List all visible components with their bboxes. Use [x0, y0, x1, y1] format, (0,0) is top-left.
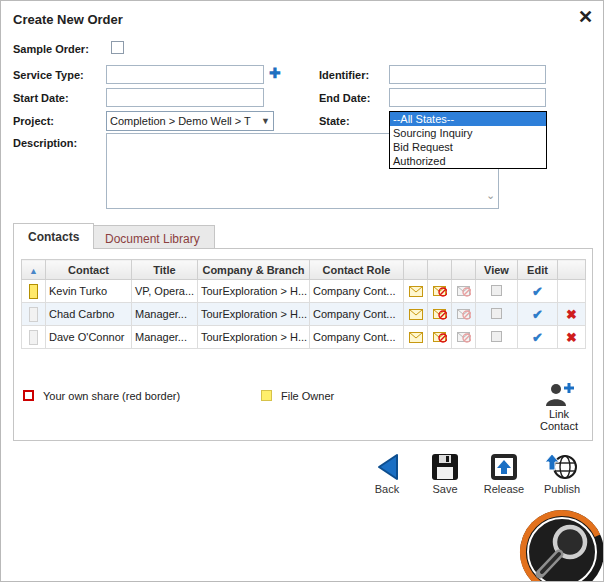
publish-label: Publish — [534, 483, 590, 495]
identifier-input[interactable] — [389, 65, 546, 84]
email-blocked-icon[interactable] — [428, 280, 452, 303]
publish-globe-icon — [545, 453, 579, 481]
column-header-role[interactable]: Contact Role — [310, 260, 404, 280]
contact-name-cell: Chad Carbno — [46, 303, 132, 326]
contact-company-cell: TourExploration > H... — [198, 303, 310, 326]
state-option-sourcing-inquiry[interactable]: Sourcing Inquiry — [390, 126, 546, 140]
close-icon[interactable]: ✕ — [578, 7, 593, 27]
email-blocked-icon[interactable] — [428, 303, 452, 326]
table-row[interactable]: Chad Carbno Manager... TourExploration >… — [22, 303, 586, 326]
project-select-value: Completion > Demo Well > T — [110, 115, 251, 127]
state-option-bid-request[interactable]: Bid Request — [390, 140, 546, 154]
file-owner-marker — [29, 284, 38, 299]
file-owner-legend-swatch — [261, 390, 272, 401]
email-icon[interactable] — [404, 303, 428, 326]
back-arrow-icon — [372, 453, 402, 481]
column-header-company[interactable]: Company & Branch — [198, 260, 310, 280]
description-label: Description: — [13, 137, 77, 149]
contact-title-cell: Manager... — [132, 303, 198, 326]
save-button[interactable]: Save — [417, 453, 473, 495]
release-label: Release — [476, 483, 532, 495]
own-share-legend-label: Your own share (red border) — [43, 390, 180, 402]
add-service-type-icon[interactable]: ✚ — [269, 65, 281, 81]
link-contact-label-line1: Link — [535, 408, 583, 420]
back-button[interactable]: Back — [359, 453, 415, 495]
delete-cell-empty — [558, 280, 586, 303]
back-label: Back — [359, 483, 415, 495]
contact-role-cell: Company Cont... — [310, 280, 404, 303]
caret-down-icon: ▼ — [261, 116, 270, 126]
contacts-table: ▲ Contact Title Company & Branch Contact… — [21, 259, 586, 349]
view-checkbox[interactable] — [491, 308, 502, 319]
contact-company-cell: TourExploration > H... — [198, 280, 310, 303]
edit-check-icon[interactable]: ✔ — [532, 307, 543, 322]
service-type-input[interactable] — [106, 65, 264, 84]
email-disabled-icon[interactable] — [452, 303, 476, 326]
delete-icon[interactable]: ✖ — [566, 330, 577, 345]
contact-title-cell: VP, Opera... — [132, 280, 198, 303]
edit-check-icon[interactable]: ✔ — [532, 330, 543, 345]
save-label: Save — [417, 483, 473, 495]
table-row[interactable]: Dave O'Connor Manager... TourExploration… — [22, 326, 586, 349]
state-label: State: — [319, 115, 350, 127]
sort-asc-icon: ▲ — [29, 266, 38, 276]
sort-column-header[interactable]: ▲ — [22, 260, 46, 280]
email-icon[interactable] — [404, 280, 428, 303]
floppy-disk-icon — [431, 453, 459, 481]
delete-icon[interactable]: ✖ — [566, 307, 577, 322]
publish-button[interactable]: Publish — [534, 453, 590, 495]
end-date-input[interactable] — [389, 88, 546, 107]
project-select[interactable]: Completion > Demo Well > T ▼ — [106, 111, 274, 131]
contact-name-cell: Dave O'Connor — [46, 326, 132, 349]
column-header-view[interactable]: View — [476, 260, 518, 280]
column-header-icon2 — [428, 260, 452, 280]
email-icon[interactable] — [404, 326, 428, 349]
link-contact-button[interactable]: Link Contact — [535, 382, 583, 432]
service-type-label: Service Type: — [13, 69, 84, 81]
column-header-title[interactable]: Title — [132, 260, 198, 280]
contact-company-cell: TourExploration > H... — [198, 326, 310, 349]
sample-order-checkbox[interactable] — [111, 41, 124, 54]
chevron-down-icon[interactable]: ⌄ — [486, 189, 495, 202]
project-label: Project: — [13, 115, 54, 127]
file-owner-legend-label: File Owner — [281, 390, 334, 402]
start-date-label: Start Date: — [13, 92, 69, 104]
column-header-icon1 — [404, 260, 428, 280]
release-button[interactable]: Release — [476, 453, 532, 495]
share-marker — [29, 330, 38, 345]
release-up-arrow-icon — [490, 453, 518, 481]
email-disabled-icon[interactable] — [452, 326, 476, 349]
tab-document-library[interactable]: Document Library — [90, 225, 215, 249]
edit-check-icon[interactable]: ✔ — [532, 284, 543, 299]
start-date-input[interactable] — [106, 88, 264, 107]
view-checkbox[interactable] — [491, 331, 502, 342]
magnifier-logo — [518, 508, 604, 582]
contact-title-cell: Manager... — [132, 326, 198, 349]
link-contact-label-line2: Contact — [535, 420, 583, 432]
sample-order-label: Sample Order: — [13, 43, 89, 55]
end-date-label: End Date: — [319, 92, 370, 104]
column-header-icon3 — [452, 260, 476, 280]
state-option-authorized[interactable]: Authorized — [390, 154, 546, 168]
contact-role-cell: Company Cont... — [310, 326, 404, 349]
dialog-title: Create New Order — [13, 12, 123, 27]
column-header-edit[interactable]: Edit — [518, 260, 558, 280]
contact-role-cell: Company Cont... — [310, 303, 404, 326]
column-header-delete — [558, 260, 586, 280]
identifier-label: Identifier: — [319, 69, 369, 81]
table-row[interactable]: Kevin Turko VP, Opera... TourExploration… — [22, 280, 586, 303]
state-dropdown-open: --All States-- Sourcing Inquiry Bid Requ… — [389, 111, 547, 169]
email-blocked-icon[interactable] — [428, 326, 452, 349]
tab-contacts[interactable]: Contacts — [13, 223, 94, 249]
own-share-legend-swatch — [23, 390, 34, 401]
email-disabled-icon[interactable] — [452, 280, 476, 303]
contact-name-cell: Kevin Turko — [46, 280, 132, 303]
view-checkbox[interactable] — [491, 285, 502, 296]
state-option-all-states[interactable]: --All States-- — [390, 112, 546, 126]
create-new-order-dialog: Create New Order ✕ Sample Order: Service… — [0, 0, 604, 582]
person-plus-icon — [544, 382, 574, 408]
share-marker — [29, 307, 38, 322]
column-header-contact[interactable]: Contact — [46, 260, 132, 280]
